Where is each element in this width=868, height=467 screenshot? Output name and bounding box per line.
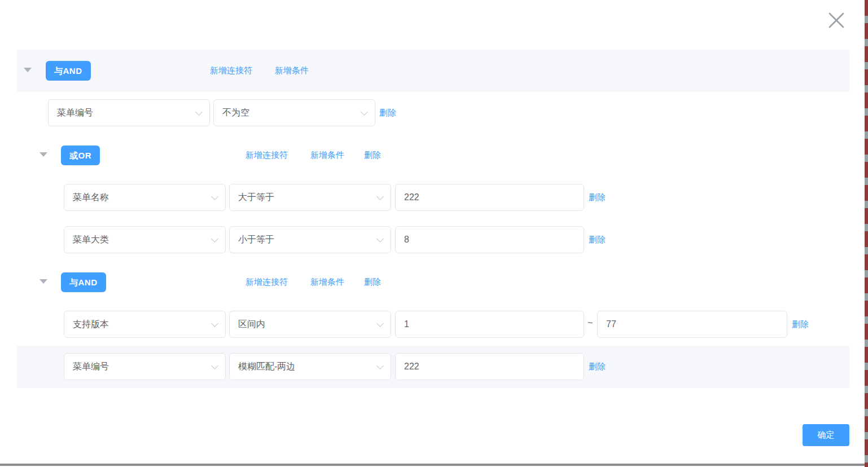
value-input-wrap <box>395 184 584 211</box>
range-to-input-wrap <box>597 311 787 338</box>
range-from-input-wrap <box>395 311 584 338</box>
delete-condition-link[interactable]: 删除 <box>589 235 606 245</box>
window-bottom-border <box>0 464 865 466</box>
field-select[interactable]: 菜单编号 <box>48 99 210 126</box>
operator-select-value: 区间内 <box>238 319 265 331</box>
add-connector-link[interactable]: 新增连接符 <box>210 65 252 76</box>
collapse-caret-icon[interactable] <box>40 152 47 157</box>
add-condition-link[interactable]: 新增条件 <box>275 65 309 76</box>
condition-tree: 与AND 新增连接符 新增条件 菜单编号 不为空 删除 或OR 新增连接符 新增… <box>0 50 868 388</box>
operator-select-value: 模糊匹配-两边 <box>238 361 295 373</box>
field-select-value: 菜单名称 <box>73 192 109 204</box>
chevron-down-icon <box>361 108 368 116</box>
field-select-value: 支持版本 <box>73 319 109 331</box>
operator-select[interactable]: 大于等于 <box>229 184 391 211</box>
connector-badge-and[interactable]: 与AND <box>61 272 106 292</box>
range-separator: ~ <box>588 318 593 328</box>
condition-row: 菜单编号 不为空 删除 <box>0 92 868 134</box>
field-select-value: 菜单编号 <box>73 361 109 373</box>
group-header-highlight <box>17 50 849 92</box>
field-select[interactable]: 菜单编号 <box>64 353 226 380</box>
range-to-input[interactable] <box>606 319 778 329</box>
chevron-down-icon <box>211 235 218 243</box>
delete-condition-link[interactable]: 删除 <box>379 108 396 118</box>
operator-select[interactable]: 小于等于 <box>229 226 391 253</box>
field-select-value: 菜单大类 <box>73 234 109 246</box>
collapse-caret-icon[interactable] <box>24 68 32 72</box>
add-condition-link[interactable]: 新增条件 <box>310 277 344 288</box>
chevron-down-icon <box>376 235 384 243</box>
delete-condition-link[interactable]: 删除 <box>792 319 809 330</box>
operator-select[interactable]: 模糊匹配-两边 <box>229 353 391 380</box>
operator-select-value: 大于等于 <box>238 192 274 204</box>
chevron-down-icon <box>376 362 384 369</box>
range-from-input[interactable] <box>404 319 575 329</box>
chevron-down-icon <box>195 108 203 116</box>
field-select[interactable]: 支持版本 <box>64 311 226 338</box>
add-connector-link[interactable]: 新增连接符 <box>246 150 288 161</box>
operator-select-value: 不为空 <box>222 107 249 119</box>
condition-row: 菜单编号 模糊匹配-两边 删除 <box>0 346 868 388</box>
delete-condition-link[interactable]: 删除 <box>589 192 606 203</box>
group-header-or: 或OR 新增连接符 新增条件 删除 <box>0 134 868 177</box>
value-input[interactable] <box>404 362 575 372</box>
chevron-down-icon <box>211 362 218 369</box>
group-header-and: 与AND 新增连接符 新增条件 删除 <box>0 261 868 303</box>
collapse-caret-icon[interactable] <box>40 279 47 284</box>
condition-row: 菜单名称 大于等于 删除 <box>0 177 868 219</box>
value-input-wrap <box>395 353 584 380</box>
field-select-value: 菜单编号 <box>57 107 93 119</box>
condition-row: 菜单大类 小于等于 删除 <box>0 219 868 261</box>
add-condition-link[interactable]: 新增条件 <box>310 150 344 161</box>
add-connector-link[interactable]: 新增连接符 <box>246 277 288 288</box>
window-right-scrollbar <box>865 0 868 467</box>
confirm-button[interactable]: 确定 <box>803 424 849 446</box>
field-select[interactable]: 菜单名称 <box>64 184 226 211</box>
operator-select-value: 小于等于 <box>238 234 274 246</box>
chevron-down-icon <box>211 193 218 200</box>
value-input[interactable] <box>404 235 575 245</box>
delete-group-link[interactable]: 删除 <box>364 277 381 288</box>
delete-condition-link[interactable]: 删除 <box>589 362 606 372</box>
value-input[interactable] <box>404 192 575 202</box>
operator-select[interactable]: 区间内 <box>229 311 391 338</box>
chevron-down-icon <box>211 320 218 327</box>
group-header-root-and: 与AND 新增连接符 新增条件 <box>0 50 868 92</box>
chevron-down-icon <box>376 193 384 200</box>
value-input-wrap <box>395 226 584 253</box>
operator-select[interactable]: 不为空 <box>213 99 375 126</box>
field-select[interactable]: 菜单大类 <box>64 226 226 253</box>
connector-badge-and[interactable]: 与AND <box>46 61 91 81</box>
condition-row-range: 支持版本 区间内 ~ 删除 <box>0 303 868 346</box>
close-icon[interactable] <box>826 10 847 30</box>
delete-group-link[interactable]: 删除 <box>364 150 381 161</box>
connector-badge-or[interactable]: 或OR <box>61 146 100 165</box>
chevron-down-icon <box>376 320 384 327</box>
condition-builder-dialog: 与AND 新增连接符 新增条件 菜单编号 不为空 删除 或OR 新增连接符 新增… <box>0 0 868 467</box>
